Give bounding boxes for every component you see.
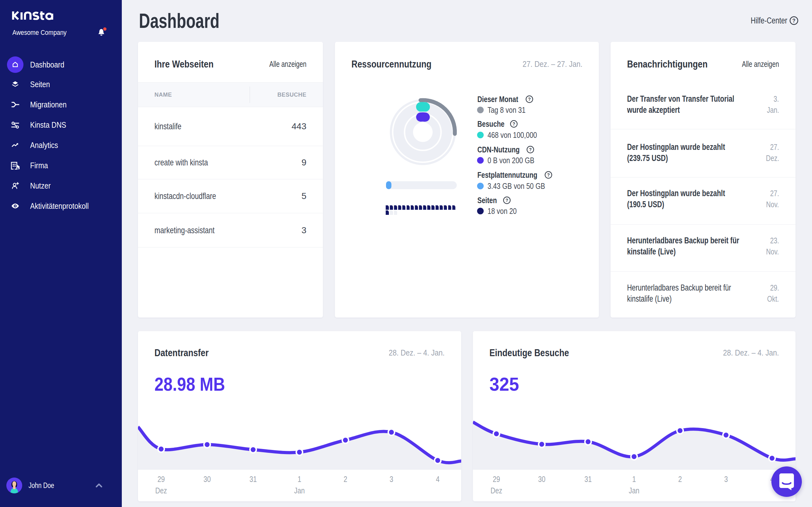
svg-text:?: ? — [547, 172, 550, 177]
svg-text:?: ? — [506, 198, 508, 203]
svg-text:?: ? — [528, 97, 531, 102]
svg-text:?: ? — [792, 18, 796, 23]
svg-text:?: ? — [529, 147, 532, 152]
svg-text:?: ? — [513, 121, 515, 126]
